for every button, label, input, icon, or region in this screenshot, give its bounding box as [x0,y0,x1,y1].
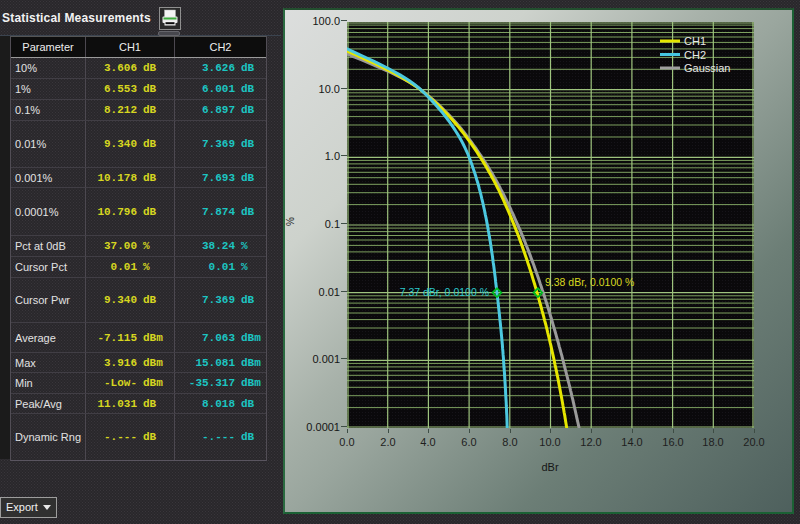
svg-text:7.37 dBr, 0.0100 %: 7.37 dBr, 0.0100 % [400,286,489,298]
svg-text:CH2: CH2 [684,49,706,61]
svg-text:9.38 dBr, 0.0100 %: 9.38 dBr, 0.0100 % [545,276,634,288]
svg-text:Gaussian: Gaussian [684,62,730,74]
svg-text:CH1: CH1 [684,35,706,47]
